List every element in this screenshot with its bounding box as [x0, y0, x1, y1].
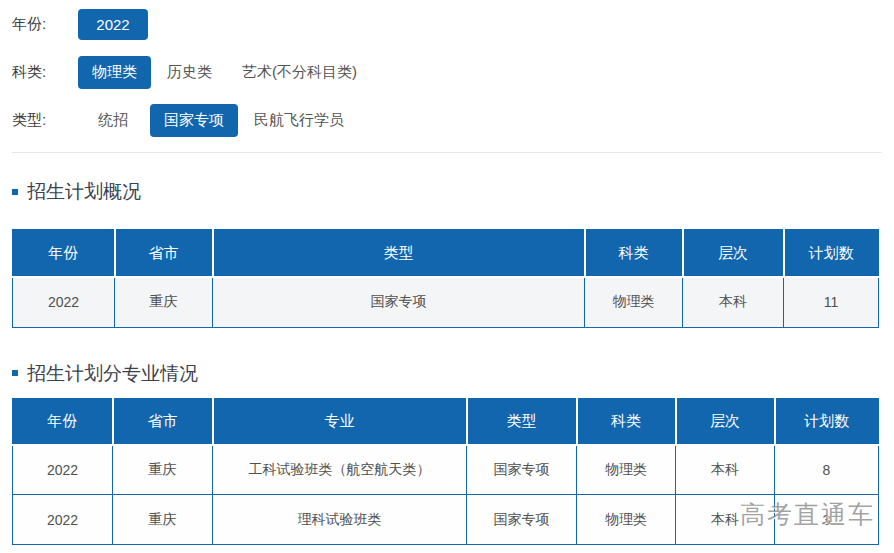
majors-header-row: 年份 省市 专业 类型 科类 层次 计划数	[13, 398, 879, 445]
column-header-year: 年份	[13, 230, 115, 278]
column-header-year: 年份	[13, 398, 113, 445]
cell-major: 工科试验班类（航空航天类）	[213, 445, 467, 495]
filter-row-year: 年份: 2022	[12, 8, 882, 40]
column-header-plan-count: 计划数	[784, 230, 879, 278]
cell-plan-count: 8	[775, 445, 879, 495]
cell-year: 2022	[13, 495, 113, 545]
cell-type: 国家专项	[213, 277, 585, 327]
section-plan-overview: 招生计划概况 年份 省市 类型 科类 层次 计划数 2022	[12, 180, 882, 328]
column-header-level: 层次	[683, 230, 784, 278]
column-header-province: 省市	[115, 230, 213, 278]
filter-options-year: 2022	[78, 9, 150, 40]
cell-subject: 物理类	[585, 277, 683, 327]
filter-label-year: 年份:	[12, 15, 78, 34]
section-title-text: 招生计划分专业情况	[27, 362, 198, 385]
type-civil-aviation-option[interactable]: 民航飞行学员	[240, 104, 358, 137]
cell-level: 本科	[676, 495, 775, 545]
filter-options-type: 统招 国家专项 民航飞行学员	[78, 104, 360, 137]
square-bullet-icon	[12, 189, 18, 195]
column-header-subject: 科类	[577, 398, 676, 445]
section-plan-by-major: 招生计划分专业情况 年份 省市 专业 类型 科类 层次 计划数	[12, 362, 882, 546]
divider-line	[12, 152, 882, 153]
type-national-special-option[interactable]: 国家专项	[150, 104, 238, 137]
square-bullet-icon	[12, 370, 18, 376]
column-header-type: 类型	[213, 230, 585, 278]
majors-table: 年份 省市 专业 类型 科类 层次 计划数 2022 重庆 工科试验班类（航空航…	[12, 398, 879, 546]
column-header-major: 专业	[213, 398, 467, 445]
section-title-by-major: 招生计划分专业情况	[12, 362, 882, 385]
cell-level: 本科	[683, 277, 784, 327]
cell-province: 重庆	[113, 445, 213, 495]
column-header-subject: 科类	[585, 230, 683, 278]
year-2022-button[interactable]: 2022	[78, 9, 148, 40]
filter-row-type: 类型: 统招 国家专项 民航飞行学员	[12, 104, 882, 136]
overview-table-row: 2022 重庆 国家专项 物理类 本科 11	[13, 277, 879, 327]
overview-header-row: 年份 省市 类型 科类 层次 计划数	[13, 230, 879, 278]
section-title-text: 招生计划概况	[27, 180, 141, 203]
majors-table-row: 2022 重庆 工科试验班类（航空航天类） 国家专项 物理类 本科 8	[13, 445, 879, 495]
cell-type: 国家专项	[467, 495, 577, 545]
enrollment-plan-page: 年份: 2022 科类: 物理类 历史类 艺术(不分科目类) 类型: 统招 国家…	[0, 0, 894, 553]
filter-label-type: 类型:	[12, 111, 78, 130]
cell-subject: 物理类	[577, 495, 676, 545]
overview-table: 年份 省市 类型 科类 层次 计划数 2022 重庆 国家专项 物理类 本科 1…	[12, 229, 879, 328]
cell-level: 本科	[676, 445, 775, 495]
filter-label-subject: 科类:	[12, 63, 78, 82]
cell-major: 理科试验班类	[213, 495, 467, 545]
majors-table-row: 2022 重庆 理科试验班类 国家专项 物理类 本科 3	[13, 495, 879, 545]
filter-row-subject: 科类: 物理类 历史类 艺术(不分科目类)	[12, 56, 882, 88]
cell-province: 重庆	[115, 277, 213, 327]
filter-options-subject: 物理类 历史类 艺术(不分科目类)	[78, 56, 373, 89]
type-regular-option[interactable]: 统招	[78, 104, 148, 137]
cell-type: 国家专项	[467, 445, 577, 495]
column-header-level: 层次	[676, 398, 775, 445]
cell-plan-count: 11	[784, 277, 879, 327]
column-header-plan-count: 计划数	[775, 398, 879, 445]
cell-subject: 物理类	[577, 445, 676, 495]
cell-plan-count: 3	[775, 495, 879, 545]
column-header-province: 省市	[113, 398, 213, 445]
subject-physics-option[interactable]: 物理类	[78, 56, 151, 89]
subject-history-option[interactable]: 历史类	[153, 56, 226, 89]
section-title-overview: 招生计划概况	[12, 180, 882, 203]
subject-art-option[interactable]: 艺术(不分科目类)	[228, 56, 371, 89]
cell-province: 重庆	[113, 495, 213, 545]
cell-year: 2022	[13, 445, 113, 495]
column-header-type: 类型	[467, 398, 577, 445]
cell-year: 2022	[13, 277, 115, 327]
